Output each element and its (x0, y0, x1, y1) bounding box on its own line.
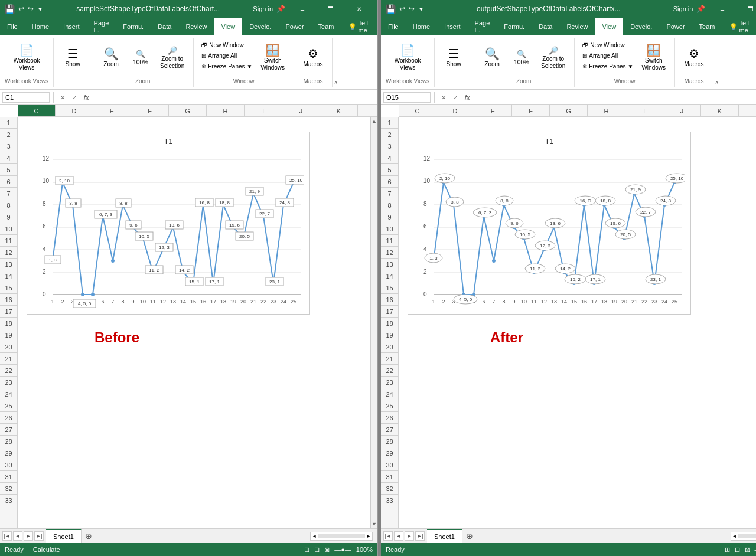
right-save-icon[interactable]: 💾 (386, 4, 396, 14)
left-row-9[interactable]: 9 (0, 211, 17, 223)
left-undo-icon[interactable]: ↩ (18, 5, 24, 13)
left-scroll-up[interactable]: ▲ (372, 118, 377, 124)
left-tab-team[interactable]: Team (311, 18, 341, 35)
right-show-btn[interactable]: ☰ Show (439, 40, 468, 76)
left-new-window-btn[interactable]: 🗗 New Window (198, 40, 255, 50)
left-close-btn[interactable]: ✕ (346, 0, 373, 18)
left-row-16[interactable]: 16 (0, 294, 17, 306)
right-row-10[interactable]: 10 (381, 223, 398, 235)
right-row-9[interactable]: 9 (381, 211, 398, 223)
right-row-12[interactable]: 12 (381, 247, 398, 259)
right-maximize-btn[interactable]: 🗖 (737, 0, 756, 18)
right-status-pagebreak-icon[interactable]: ⊠ (745, 546, 750, 554)
left-sheet-nav-prev[interactable]: ◄ (13, 531, 22, 541)
left-formula-input[interactable] (94, 94, 375, 101)
right-sheet-tab-1[interactable]: Sheet1 (427, 529, 462, 544)
right-hscroll-thumb[interactable] (738, 534, 756, 538)
left-row-8[interactable]: 8 (0, 199, 17, 211)
left-row-11[interactable]: 11 (0, 235, 17, 247)
right-col-g[interactable]: G (550, 105, 588, 116)
right-row-28[interactable]: 28 (381, 436, 398, 447)
left-customize-icon[interactable]: ▼ (37, 6, 43, 12)
left-row-30[interactable]: 30 (0, 459, 17, 471)
right-cancel-icon[interactable]: ✕ (438, 92, 449, 103)
left-hscroll[interactable]: ◄ ► (310, 532, 373, 541)
right-name-box[interactable] (383, 92, 431, 103)
right-tab-file[interactable]: File (381, 18, 406, 35)
left-status-zoom-slider[interactable]: —●— (334, 546, 351, 553)
left-col-j[interactable]: J (282, 105, 320, 116)
left-row-22[interactable]: 22 (0, 365, 17, 377)
right-tab-review[interactable]: Review (559, 18, 595, 35)
left-tab-pagel[interactable]: Page L. (87, 18, 116, 35)
right-row-23[interactable]: 23 (381, 377, 398, 388)
right-ribbon-collapse-btn[interactable]: ∧ (715, 79, 719, 86)
right-row-2[interactable]: 2 (381, 129, 398, 140)
right-row-14[interactable]: 14 (381, 270, 398, 282)
left-maximize-btn[interactable]: 🗖 (317, 0, 344, 18)
left-row-20[interactable]: 20 (0, 341, 17, 353)
left-row-27[interactable]: 27 (0, 424, 17, 436)
right-tab-data[interactable]: Data (532, 18, 559, 35)
right-pin-icon[interactable]: 📌 (696, 5, 705, 13)
right-col-d[interactable]: D (436, 105, 474, 116)
left-redo-icon[interactable]: ↪ (28, 5, 34, 13)
left-row-17[interactable]: 17 (0, 306, 17, 318)
right-undo-icon[interactable]: ↩ (399, 5, 405, 13)
left-row-4[interactable]: 4 (0, 152, 17, 164)
right-sheet-add-btn[interactable]: ⊕ (462, 529, 477, 544)
right-sheet-nav-prev[interactable]: ◄ (394, 531, 403, 541)
left-row-14[interactable]: 14 (0, 270, 17, 282)
right-new-window-btn[interactable]: 🗗 New Window (579, 40, 636, 50)
left-status-pagebreak-icon[interactable]: ⊠ (324, 546, 330, 554)
left-sheet-add-btn[interactable]: ⊕ (82, 529, 96, 544)
right-status-cell-mode-icon[interactable]: ⊞ (725, 546, 730, 554)
left-row-24[interactable]: 24 (0, 388, 17, 400)
left-col-e[interactable]: E (93, 105, 131, 116)
right-row-32[interactable]: 32 (381, 483, 398, 495)
right-row-16[interactable]: 16 (381, 294, 398, 306)
right-row-17[interactable]: 17 (381, 306, 398, 318)
right-row-30[interactable]: 30 (381, 459, 398, 471)
left-sheet-nav-next[interactable]: ► (24, 531, 33, 541)
left-ribbon-collapse-btn[interactable]: ∧ (334, 79, 338, 86)
left-tab-develo[interactable]: Develo. (242, 18, 278, 35)
left-name-box[interactable] (2, 92, 50, 103)
left-hscroll-left[interactable]: ◄ (312, 534, 317, 539)
right-arrange-all-btn[interactable]: ⊞ Arrange All (579, 51, 636, 61)
left-hscroll-thumb[interactable] (318, 534, 365, 538)
left-row-15[interactable]: 15 (0, 282, 17, 294)
right-row-33[interactable]: 33 (381, 495, 398, 506)
right-confirm-icon[interactable]: ✓ (450, 92, 461, 103)
left-arrange-all-btn[interactable]: ⊞ Arrange All (198, 51, 255, 61)
right-col-f[interactable]: F (512, 105, 550, 116)
right-workbook-views-btn[interactable]: 📄 WorkbookViews (390, 40, 425, 76)
right-row-18[interactable]: 18 (381, 318, 398, 329)
left-tab-formu[interactable]: Formu. (116, 18, 151, 35)
left-signin[interactable]: Sign in (253, 5, 273, 12)
left-col-i[interactable]: I (245, 105, 282, 116)
right-row-20[interactable]: 20 (381, 341, 398, 353)
left-workbook-views-btn[interactable]: 📄 WorkbookViews (9, 40, 44, 76)
left-macros-btn[interactable]: ⚙ Macros (299, 40, 327, 76)
right-row-1[interactable]: 1 (381, 117, 398, 129)
left-row-18[interactable]: 18 (0, 318, 17, 329)
left-hscroll-right[interactable]: ► (366, 534, 371, 539)
left-row-23[interactable]: 23 (0, 377, 17, 388)
right-row-11[interactable]: 11 (381, 235, 398, 247)
right-row-27[interactable]: 27 (381, 424, 398, 436)
left-cancel-icon[interactable]: ✕ (57, 92, 68, 103)
left-col-g[interactable]: G (169, 105, 207, 116)
left-row-13[interactable]: 13 (0, 259, 17, 270)
left-status-cell-mode-icon[interactable]: ⊞ (304, 546, 309, 554)
right-row-19[interactable]: 19 (381, 329, 398, 341)
left-row-32[interactable]: 32 (0, 483, 17, 495)
right-row-3[interactable]: 3 (381, 140, 398, 152)
right-tab-formu[interactable]: Formu. (497, 18, 532, 35)
left-tab-file[interactable]: File (0, 18, 25, 35)
left-col-k[interactable]: K (320, 105, 358, 116)
left-row-19[interactable]: 19 (0, 329, 17, 341)
left-col-h[interactable]: H (207, 105, 245, 116)
left-sheet-tab-1[interactable]: Sheet1 (46, 529, 82, 544)
left-row-1[interactable]: 1 (0, 117, 17, 129)
